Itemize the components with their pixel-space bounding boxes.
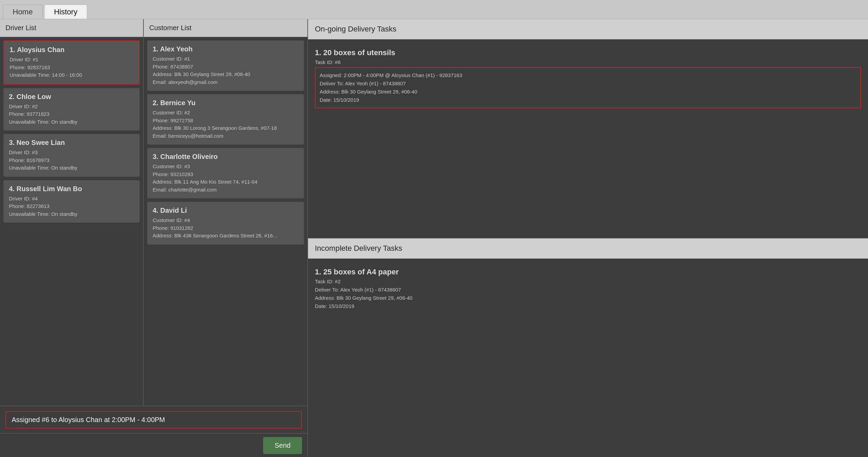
- ongoing-tasks-section: On-going Delivery Tasks 1. 20 boxes of u…: [308, 19, 868, 238]
- customer-card-4[interactable]: 4. David Li Customer ID: #4 Phone: 91031…: [147, 202, 304, 245]
- tab-home[interactable]: Home: [3, 4, 43, 19]
- customer-name-2: 2. Bernice Yu: [153, 99, 298, 107]
- input-row: Send: [0, 433, 307, 457]
- tab-bar: Home History: [0, 0, 868, 19]
- customer-card-3[interactable]: 3. Charlotte Oliveiro Customer ID: #3 Ph…: [147, 148, 304, 198]
- driver-info-1: Driver ID: #1 Phone: 92837163 Unavailabl…: [10, 56, 133, 79]
- incomplete-task-detail-1: Deliver To: Alex Yeoh (#1) - 87438807 Ad…: [315, 286, 861, 310]
- tab-history[interactable]: History: [44, 4, 87, 19]
- right-panel: On-going Delivery Tasks 1. 20 boxes of u…: [308, 19, 868, 457]
- customer-name-3: 3. Charlotte Oliveiro: [153, 153, 298, 161]
- ongoing-task-id-1: Task ID: #6: [315, 59, 861, 65]
- customer-list-panel: Customer List 1. Alex Yeoh Customer ID: …: [144, 19, 307, 406]
- status-area: Assigned #6 to Aloysius Chan at 2:00PM -…: [0, 406, 307, 433]
- customer-list-content: 1. Alex Yeoh Customer ID: #1 Phone: 8743…: [144, 37, 307, 406]
- driver-info-4: Driver ID: #4 Phone: 82273613 Unavailabl…: [9, 195, 134, 218]
- driver-card-4[interactable]: 4. Russell Lim Wan Bo Driver ID: #4 Phon…: [3, 180, 140, 223]
- incomplete-tasks-content: 1. 25 boxes of A4 paper Task ID: #2 Deli…: [308, 259, 868, 457]
- driver-info-2: Driver ID: #2 Phone: 93771823 Unavailabl…: [9, 103, 134, 126]
- customer-card-2[interactable]: 2. Bernice Yu Customer ID: #2 Phone: 992…: [147, 94, 304, 145]
- driver-card-1[interactable]: 1. Aloysius Chan Driver ID: #1 Phone: 92…: [3, 40, 140, 85]
- driver-name-3: 3. Neo Swee Lian: [9, 139, 134, 147]
- status-message: Assigned #6 to Aloysius Chan at 2:00PM -…: [5, 411, 302, 429]
- incomplete-task-id-1: Task ID: #2: [315, 279, 861, 284]
- driver-name-1: 1. Aloysius Chan: [10, 46, 133, 54]
- ongoing-task-name-1: 1. 20 boxes of utensils: [315, 48, 861, 57]
- customer-info-3: Customer ID: #3 Phone: 93210283 Address:…: [153, 163, 298, 194]
- customer-info-4: Customer ID: #4 Phone: 91031282 Address:…: [153, 217, 298, 240]
- main-container: Driver List 1. Aloysius Chan Driver ID: …: [0, 19, 868, 457]
- driver-card-2[interactable]: 2. Chloe Low Driver ID: #2 Phone: 937718…: [3, 88, 140, 131]
- driver-list-header: Driver List: [0, 19, 143, 37]
- driver-name-4: 4. Russell Lim Wan Bo: [9, 185, 134, 193]
- message-input[interactable]: [5, 442, 259, 448]
- incomplete-tasks-header: Incomplete Delivery Tasks: [308, 238, 868, 259]
- ongoing-tasks-header: On-going Delivery Tasks: [308, 19, 868, 39]
- lists-row: Driver List 1. Aloysius Chan Driver ID: …: [0, 19, 307, 406]
- driver-list-panel: Driver List 1. Aloysius Chan Driver ID: …: [0, 19, 144, 406]
- incomplete-tasks-section: Incomplete Delivery Tasks 1. 25 boxes of…: [308, 238, 868, 457]
- customer-info-1: Customer ID: #1 Phone: 87438807 Address:…: [153, 55, 298, 86]
- ongoing-task-1[interactable]: 1. 20 boxes of utensils Task ID: #6 Assi…: [315, 45, 861, 112]
- send-button[interactable]: Send: [263, 437, 302, 454]
- customer-name-4: 4. David Li: [153, 207, 298, 214]
- driver-card-3[interactable]: 3. Neo Swee Lian Driver ID: #3 Phone: 81…: [3, 134, 140, 177]
- incomplete-task-1[interactable]: 1. 25 boxes of A4 paper Task ID: #2 Deli…: [315, 264, 861, 314]
- incomplete-task-name-1: 1. 25 boxes of A4 paper: [315, 268, 861, 276]
- left-panel: Driver List 1. Aloysius Chan Driver ID: …: [0, 19, 308, 457]
- customer-card-1[interactable]: 1. Alex Yeoh Customer ID: #1 Phone: 8743…: [147, 40, 304, 91]
- customer-info-2: Customer ID: #2 Phone: 99272758 Address:…: [153, 109, 298, 140]
- customer-name-1: 1. Alex Yeoh: [153, 45, 298, 53]
- ongoing-tasks-content: 1. 20 boxes of utensils Task ID: #6 Assi…: [308, 39, 868, 238]
- customer-list-header: Customer List: [144, 19, 307, 37]
- driver-info-3: Driver ID: #3 Phone: 81678973 Unavailabl…: [9, 149, 134, 172]
- ongoing-task-detail-1: Assigned: 2:00PM - 4:00PM @ Aloysius Cha…: [315, 67, 861, 108]
- driver-list-content: 1. Aloysius Chan Driver ID: #1 Phone: 92…: [0, 37, 143, 406]
- driver-name-2: 2. Chloe Low: [9, 93, 134, 101]
